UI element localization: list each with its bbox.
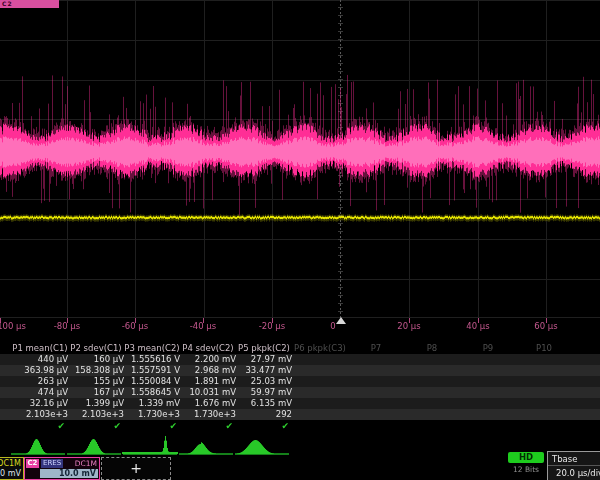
table-cell: 33.477 mV <box>232 365 292 376</box>
table-cell: 363.98 µV <box>8 365 68 376</box>
param-header-3[interactable]: P3 mean(C2) <box>124 343 180 353</box>
table-cell: 263 µV <box>8 376 68 387</box>
table-cell: 1.555616 V <box>120 354 180 365</box>
c1-coupling-label: DC1M <box>0 459 21 468</box>
table-cell: 10.031 mV <box>176 387 236 398</box>
timebase-title: Tbase <box>552 453 577 465</box>
table-cell: 1.558645 V <box>120 387 180 398</box>
table-row: 2.103e+32.103e+31.730e+31.730e+3292 <box>0 409 600 420</box>
status-check-icon: ✔ <box>232 421 289 432</box>
timebase-separator <box>548 465 600 466</box>
axis-tick-label: -100 µs <box>0 321 26 331</box>
axis-tick-label: 0 <box>330 321 335 331</box>
table-row: 474 µV167 µV1.558645 V10.031 mV59.97 mV <box>0 387 600 398</box>
timebase-descriptor[interactable]: Tbase 20.0 µs/div <box>547 451 600 480</box>
trace-label-badge[interactable]: C2 <box>0 0 59 8</box>
add-trace-button[interactable]: + <box>101 457 171 480</box>
c2-coupling-label: DC1M <box>75 459 97 468</box>
table-cell: 155 µV <box>64 376 124 387</box>
table-cell: 59.97 mV <box>232 387 292 398</box>
table-cell: 2.200 mV <box>176 354 236 365</box>
param-header-4[interactable]: P4 sdev(C2) <box>180 343 236 353</box>
table-cell: 2.968 mV <box>176 365 236 376</box>
axis-tick-label: 40 µs <box>466 321 489 331</box>
table-row: 363.98 µV158.308 µV1.557591 V2.968 mV33.… <box>0 365 600 376</box>
table-cell: 167 µV <box>64 387 124 398</box>
table-cell: 6.135 mV <box>232 398 292 409</box>
axis-tick-label: -40 µs <box>190 321 216 331</box>
table-cell: 440 µV <box>8 354 68 365</box>
channel-c2-descriptor[interactable]: C2 ERES DC1M 10.0 mV <box>24 457 100 480</box>
hd-bits-label: 12 Bits <box>508 465 544 474</box>
table-row: 263 µV155 µV1.550084 V1.891 mV25.03 mV <box>0 376 600 387</box>
axis-tick-label: -20 µs <box>259 321 285 331</box>
axis-tick-label: -80 µs <box>54 321 80 331</box>
status-check-icon: ✔ <box>8 421 65 432</box>
table-cell: 2.103e+3 <box>64 409 124 420</box>
time-axis: -100 µs-80 µs-60 µs-40 µs-20 µs020 µs40 … <box>0 318 600 334</box>
param-header-2[interactable]: P2 sdev(C1) <box>68 343 124 353</box>
c2-channel-badge: C2 <box>26 459 39 468</box>
table-cell: 160 µV <box>64 354 124 365</box>
table-status-row: ✔✔✔✔✔ <box>0 421 600 432</box>
status-check-icon: ✔ <box>120 421 177 432</box>
param-header-10[interactable]: P10 <box>516 343 572 353</box>
param-header-6[interactable]: P6 pkpk(C3) <box>292 343 348 353</box>
param-header-8[interactable]: P8 <box>404 343 460 353</box>
oscilloscope-screen: C2 -100 µs-80 µs-60 µs-40 µs-20 µs020 µs… <box>0 0 600 480</box>
table-cell: 1.730e+3 <box>120 409 180 420</box>
table-cell: 1.557591 V <box>120 365 180 376</box>
table-header-row: P1 mean(C1)P2 sdev(C1)P3 mean(C2)P4 sdev… <box>0 343 600 353</box>
axis-tick-label: 20 µs <box>397 321 420 331</box>
table-cell: 32.16 µV <box>8 398 68 409</box>
table-cell: 1.730e+3 <box>176 409 236 420</box>
table-cell: 2.103e+3 <box>8 409 68 420</box>
table-cell: 158.308 µV <box>64 365 124 376</box>
param-header-9[interactable]: P9 <box>460 343 516 353</box>
table-cell: 27.97 mV <box>232 354 292 365</box>
axis-tick-label: 60 µs <box>534 321 557 331</box>
status-check-icon: ✔ <box>176 421 233 432</box>
c2-eres-badge: ERES <box>41 459 63 468</box>
axis-tick-label: -60 µs <box>122 321 148 331</box>
table-row: 32.16 µV1.399 µV1.339 mV1.676 mV6.135 mV <box>0 398 600 409</box>
table-cell: 292 <box>232 409 292 420</box>
table-cell: 1.339 mV <box>120 398 180 409</box>
status-check-icon: ✔ <box>64 421 121 432</box>
timebase-scale: 20.0 µs/div <box>556 467 600 479</box>
table-cell: 1.399 µV <box>64 398 124 409</box>
c2-scale-label: 10.0 mV <box>59 469 96 478</box>
hd-mode-badge[interactable]: HD <box>508 452 544 463</box>
table-cell: 474 µV <box>8 387 68 398</box>
table-cell: 1.676 mV <box>176 398 236 409</box>
c1-scale-label: 10.0 mV <box>0 469 21 478</box>
measure-table: P1 mean(C1)P2 sdev(C1)P3 mean(C2)P4 sdev… <box>0 343 600 433</box>
table-row: 440 µV160 µV1.555616 V2.200 mV27.97 mV <box>0 354 600 365</box>
param-header-7[interactable]: P7 <box>348 343 404 353</box>
param-header-1[interactable]: P1 mean(C1) <box>12 343 68 353</box>
table-cell: 1.891 mV <box>176 376 236 387</box>
table-cell: 1.550084 V <box>120 376 180 387</box>
param-header-5[interactable]: P5 pkpk(C2) <box>236 343 292 353</box>
channel-c1-descriptor[interactable]: DC1M 10.0 mV <box>0 457 24 480</box>
table-cell: 25.03 mV <box>232 376 292 387</box>
